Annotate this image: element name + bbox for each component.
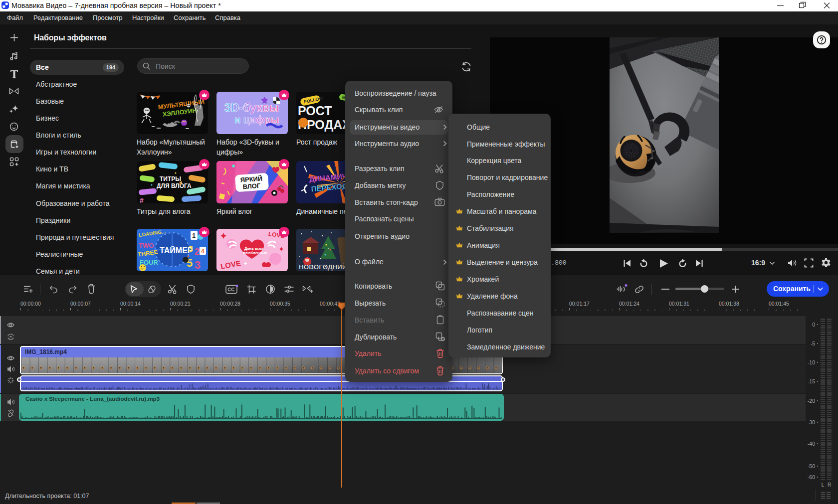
svg-text:1: 1 <box>192 232 196 239</box>
svg-text:ТИТРЫ: ТИТРЫ <box>160 175 181 182</box>
svg-text:ТАЙМЕР: ТАЙМЕР <box>160 246 193 255</box>
svg-text:2: 2 <box>195 247 200 257</box>
svg-text:РОСТ: РОСТ <box>298 104 332 118</box>
svg-text:3D-буквы: 3D-буквы <box>224 101 279 114</box>
svg-text:LOVE: LOVE <box>220 259 241 271</box>
svg-text:THREE: THREE <box>137 248 158 258</box>
svg-text:TWO: TWO <box>139 242 154 249</box>
svg-text:ВЛОГ: ВЛОГ <box>242 182 261 190</box>
svg-text:НОВОГОДНИЙ: НОВОГОДНИЙ <box>299 263 347 271</box>
svg-text:#: # <box>140 196 144 203</box>
svg-text:3: 3 <box>195 259 201 271</box>
svg-text:ДЛЯ ВЛОГА: ДЛЯ ВЛОГА <box>157 182 192 189</box>
svg-text:3: 3 <box>189 245 193 253</box>
svg-text:4: 4 <box>201 248 205 255</box>
svg-text:влюбленных: влюбленных <box>243 251 267 255</box>
svg-text:День всех: День всех <box>244 246 263 251</box>
